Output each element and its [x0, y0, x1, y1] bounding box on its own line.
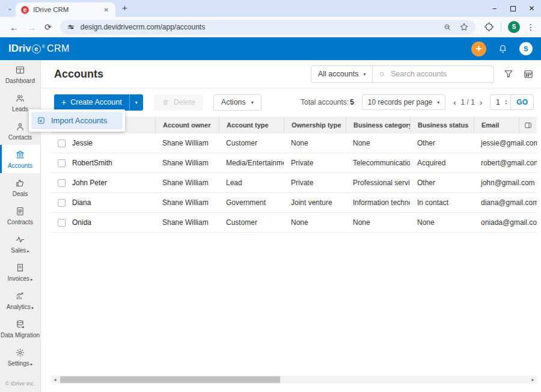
expand-arrow-icon: ▸: [32, 305, 34, 310]
address-bar[interactable]: design.devidrivecrm.com/app/accounts: [60, 20, 475, 34]
next-page-button[interactable]: ›: [480, 98, 482, 107]
scroll-left-button[interactable]: ◂: [51, 376, 59, 384]
cell-account-name[interactable]: John Peter: [72, 179, 155, 187]
cell-account-name[interactable]: Onida: [72, 218, 155, 227]
row-checkbox[interactable]: [58, 139, 66, 147]
sidebar-item-deals[interactable]: Deals: [0, 173, 40, 201]
cell-account-name[interactable]: Diana: [72, 198, 155, 207]
sidebar-item-analytics[interactable]: Analytics▸: [0, 286, 40, 314]
tab-close-icon[interactable]: ✕: [103, 5, 110, 14]
bookmark-star-icon[interactable]: [459, 22, 469, 32]
table-row[interactable]: Diana Shane William Government Joint ven…: [51, 193, 537, 213]
menu-item-import-accounts[interactable]: Import Accounts: [31, 112, 123, 129]
sidebar-item-data-migration[interactable]: Data Migration: [0, 314, 40, 343]
records-per-page-dropdown[interactable]: 10 records per page ▾: [362, 94, 445, 110]
url-text[interactable]: design.devidrivecrm.com/app/accounts: [81, 23, 436, 31]
idrive-favicon-icon: e: [21, 6, 29, 14]
sidebar-item-sales[interactable]: Sales▸: [0, 230, 40, 258]
page-title: Accounts: [54, 68, 103, 81]
header-ownership-type[interactable]: Ownership type: [284, 117, 346, 133]
search-box: [373, 70, 494, 78]
row-checkbox[interactable]: [58, 219, 66, 227]
table-row[interactable]: Jessie Shane William Customer None None …: [51, 133, 537, 153]
pagination-tools: Total accounts:5 10 records per page ▾ ‹…: [301, 94, 534, 110]
header-business-status[interactable]: Business status: [410, 117, 474, 133]
cell-business-status: Other: [410, 139, 474, 147]
chevron-down-icon: ▾: [251, 100, 254, 105]
create-account-button[interactable]: + Create Account: [54, 94, 129, 111]
table-row[interactable]: John Peter Shane William Lead Private Pr…: [51, 173, 537, 193]
import-icon: [37, 116, 46, 125]
sidebar-item-dashboard[interactable]: Dashboard: [0, 60, 40, 88]
idrive-crm-logo: IDrive®CRM: [8, 43, 70, 55]
table-row[interactable]: Onida Shane William Customer None None N…: [51, 213, 537, 233]
header-business-category[interactable]: Business category: [346, 117, 410, 133]
actions-dropdown-button[interactable]: Actions ▾: [213, 94, 261, 111]
stepper-down-icon[interactable]: ▾: [505, 102, 507, 105]
account-filter-dropdown[interactable]: All accounts ▾: [311, 66, 372, 82]
row-checkbox[interactable]: [58, 199, 66, 207]
filter-funnel-icon[interactable]: [503, 69, 514, 79]
header-account-type[interactable]: Account type: [219, 117, 284, 133]
sidebar-item-label: Dashboard: [5, 78, 35, 84]
back-button[interactable]: ←: [10, 22, 19, 32]
copyright-text: © IDrive Inc.: [0, 381, 40, 392]
cell-ownership-type: None: [284, 139, 346, 147]
create-account-dropdown-menu: Import Accounts: [29, 109, 125, 132]
sidebar-item-label: Contracts: [7, 219, 33, 225]
sidebar-item-accounts[interactable]: Accounts: [0, 145, 40, 173]
header-email[interactable]: Email: [474, 117, 519, 133]
quick-add-button[interactable]: +: [471, 41, 486, 57]
sidebar-item-settings[interactable]: Settings▸: [0, 343, 40, 371]
new-tab-button[interactable]: +: [122, 2, 127, 13]
cell-business-category: Professional services: [346, 179, 410, 187]
plus-icon: +: [61, 97, 66, 107]
page-number-input[interactable]: [491, 98, 505, 106]
reload-button[interactable]: ⟳: [44, 22, 52, 32]
user-avatar[interactable]: S: [519, 42, 533, 55]
contracts-document-icon: [15, 206, 25, 216]
cell-account-owner: Shane William: [155, 198, 219, 207]
window-minimize-button[interactable]: –: [485, 0, 504, 17]
sidebar-item-contracts[interactable]: Contracts: [0, 201, 40, 230]
data-migration-database-icon: [15, 319, 25, 329]
zoom-out-icon[interactable]: [443, 23, 452, 32]
go-button[interactable]: GO: [511, 98, 533, 106]
cell-account-name[interactable]: RobertSmith: [72, 159, 155, 167]
column-picker-button[interactable]: [519, 117, 537, 133]
row-checkbox[interactable]: [58, 159, 66, 167]
cell-ownership-type: Private: [284, 159, 346, 167]
page-header-tools: All accounts ▾: [311, 66, 534, 83]
cell-account-name[interactable]: Jessie: [72, 139, 155, 147]
scroll-right-button[interactable]: ▸: [529, 376, 537, 384]
window-close-button[interactable]: ✕: [522, 0, 541, 17]
total-accounts-label: Total accounts:: [301, 98, 349, 106]
sidebar-item-label: Analytics: [7, 304, 31, 310]
table-row[interactable]: RobertSmith Shane William Media/Entertai…: [51, 153, 537, 173]
import-accounts-label: Import Accounts: [51, 116, 107, 125]
sidebar-item-invoices[interactable]: Invoices▸: [0, 258, 40, 286]
create-account-dropdown-toggle[interactable]: ▾: [129, 94, 143, 111]
cell-business-status: Acquired: [410, 159, 474, 167]
horizontal-scrollbar[interactable]: ◂ ▸: [51, 376, 537, 384]
browser-tab[interactable]: e IDrive CRM ✕: [16, 2, 115, 17]
prev-page-button[interactable]: ‹: [453, 98, 456, 107]
header-account-owner[interactable]: Account owner: [155, 117, 219, 133]
extensions-icon[interactable]: [484, 22, 494, 32]
cell-account-owner: Shane William: [155, 139, 219, 147]
search-input[interactable]: [391, 70, 488, 78]
tab-search-button[interactable]: ⌄: [5, 4, 15, 14]
row-checkbox[interactable]: [58, 179, 66, 187]
window-maximize-button[interactable]: [504, 0, 522, 17]
sidebar-item-label: Accounts: [8, 162, 32, 169]
delete-button[interactable]: Delete: [154, 94, 203, 111]
browser-menu-icon[interactable]: ⋮: [527, 22, 535, 32]
page-number-stepper[interactable]: ▴ ▾: [505, 99, 510, 105]
notifications-bell-icon[interactable]: [498, 44, 508, 54]
forward-button[interactable]: →: [27, 22, 36, 32]
site-settings-icon[interactable]: [67, 23, 75, 31]
create-account-label: Create Account: [70, 98, 121, 106]
calendar-grid-icon[interactable]: [523, 69, 534, 79]
browser-profile-avatar[interactable]: S: [508, 21, 520, 33]
scrollbar-thumb[interactable]: [60, 376, 280, 383]
